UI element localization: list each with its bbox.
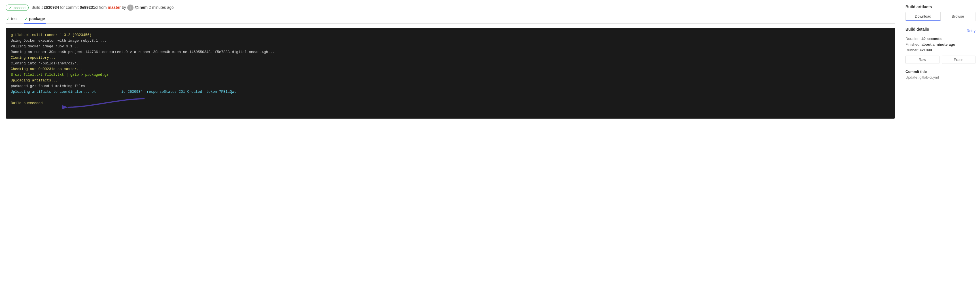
commit-prefix: for commit bbox=[60, 5, 78, 10]
terminal-line: Pulling docker image ruby:3.1 ... bbox=[11, 44, 890, 50]
retry-button[interactable]: Retry bbox=[967, 29, 975, 33]
finished-row: Finished: about a minute ago bbox=[905, 42, 975, 46]
branch-prefix: from bbox=[99, 5, 107, 10]
tab-test[interactable]: ✓ test bbox=[6, 15, 18, 24]
runner-label: Runner: bbox=[905, 48, 918, 52]
author-prefix: by bbox=[122, 5, 126, 10]
branch-name: master bbox=[108, 5, 121, 10]
sidebar: Build artifacts Download Browse Build de… bbox=[900, 0, 980, 307]
annotation-arrow-right bbox=[922, 0, 978, 5]
artifact-tab-browse[interactable]: Browse bbox=[940, 12, 975, 21]
duration-value: 49 seconds bbox=[921, 37, 942, 41]
artifact-tabs: Download Browse bbox=[905, 12, 975, 21]
duration-label: Duration: bbox=[905, 37, 921, 41]
terminal-line: Running on runner-30dcea4b-project-14473… bbox=[11, 50, 890, 55]
artifacts-title: Build artifacts bbox=[905, 5, 975, 9]
tab-package-label: package bbox=[29, 16, 45, 21]
terminal-line: Uploading artifacts to coordinator... ok… bbox=[11, 89, 890, 95]
status-badge: ✓ passed bbox=[6, 5, 29, 11]
terminal-output: gitlab-ci-multi-runner 1.3.2 (0323456) U… bbox=[6, 28, 895, 118]
terminal-line: Cloning repository... bbox=[11, 55, 890, 61]
status-label: passed bbox=[14, 6, 25, 10]
finished-label: Finished: bbox=[905, 42, 921, 46]
tab-package[interactable]: ✓ package bbox=[24, 15, 46, 24]
terminal-line: packaged.gz: found 1 matching files bbox=[11, 83, 890, 89]
check-icon: ✓ bbox=[9, 5, 12, 10]
commit-title-value: Update .gitlab-ci.yml bbox=[905, 75, 975, 80]
tabs-row: ✓ test ✓ package bbox=[6, 15, 895, 24]
duration-row: Duration: 49 seconds bbox=[905, 37, 975, 41]
terminal-line: $ cat file1.txt file2.txt | gzip > packa… bbox=[11, 72, 890, 78]
terminal-line: Checking out 0e99231d as master... bbox=[11, 66, 890, 72]
commit-hash: 0e99231d bbox=[80, 5, 97, 10]
action-buttons: Raw Erase bbox=[905, 56, 975, 64]
terminal-line: gitlab-ci-multi-runner 1.3.2 (0323456) bbox=[11, 32, 890, 38]
build-time: 2 minutes ago bbox=[149, 5, 174, 10]
build-header: ✓ passed Build #2630934 for commit 0e992… bbox=[6, 5, 895, 11]
terminal-line: Cloning into '/builds/inem/ci2'... bbox=[11, 61, 890, 66]
terminal-line bbox=[11, 95, 890, 101]
raw-button[interactable]: Raw bbox=[905, 56, 939, 64]
terminal-line: Uploading artifacts... bbox=[11, 78, 890, 83]
build-info: Build #2630934 for commit 0e99231d from … bbox=[32, 5, 174, 11]
artifact-tab-download[interactable]: Download bbox=[906, 12, 940, 21]
build-number: #2630934 bbox=[41, 5, 59, 10]
terminal-line: Using Docker executor with image ruby:3.… bbox=[11, 38, 890, 44]
erase-button[interactable]: Erase bbox=[942, 56, 976, 64]
avatar: i bbox=[127, 5, 134, 11]
runner-value: #21099 bbox=[920, 48, 932, 52]
build-details-header: Build details Retry bbox=[905, 27, 975, 34]
tab-package-check: ✓ bbox=[24, 16, 28, 21]
commit-title-label: Commit title bbox=[905, 70, 975, 74]
tab-test-check: ✓ bbox=[6, 16, 10, 21]
terminal-line: Build succeeded bbox=[11, 101, 890, 106]
runner-row: Runner: #21099 bbox=[905, 48, 975, 52]
author-name: @inem bbox=[135, 5, 148, 10]
tab-test-label: test bbox=[11, 16, 18, 21]
details-title: Build details bbox=[905, 27, 929, 32]
finished-value: about a minute ago bbox=[921, 42, 955, 46]
